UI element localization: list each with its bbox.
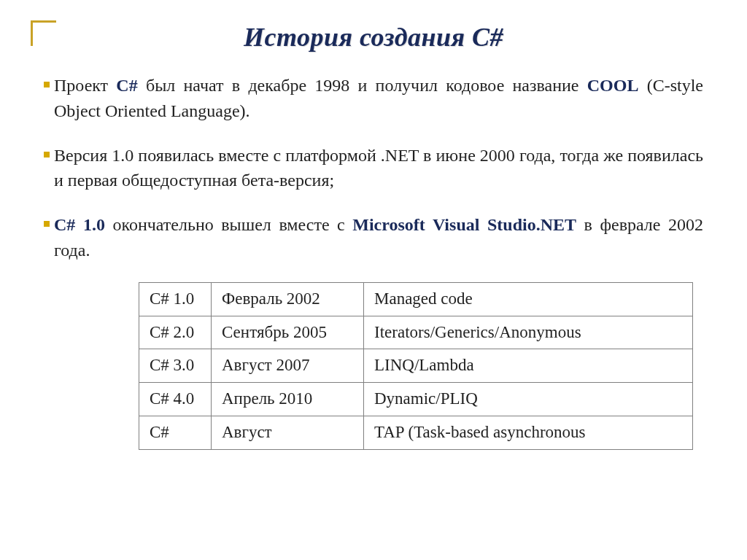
- cell-date: Февраль 2002: [212, 282, 364, 316]
- slide-title: История создания C#: [0, 0, 747, 52]
- cell-ver: C# 1.0: [139, 282, 212, 316]
- bullet-1-mid: был начат в декабре 1998 и получил кодов…: [138, 76, 587, 95]
- bullet-1-em1: C#: [116, 76, 137, 95]
- bullet-1: Проект C# был начат в декабре 1998 и пол…: [44, 73, 703, 124]
- bullet-2-full: Версия 1.0 появилась вместе с платформой…: [54, 146, 703, 190]
- cell-ver: C# 2.0: [139, 316, 212, 349]
- cell-feat: LINQ/Lambda: [364, 349, 693, 383]
- cell-ver: C# 4.0: [139, 383, 212, 416]
- table-row: C# 4.0 Апрель 2010 Dynamic/PLIQ: [139, 383, 693, 416]
- cell-date: Август 2007: [212, 349, 364, 383]
- cell-feat: Dynamic/PLIQ: [364, 383, 693, 416]
- table-row: C# 1.0 Февраль 2002 Managed code: [139, 282, 693, 316]
- cell-feat: TAP (Task-based asynchronous: [364, 416, 693, 449]
- content-area: Проект C# был начат в декабре 1998 и пол…: [0, 52, 747, 450]
- slide: История создания C# Проект C# был начат …: [0, 0, 747, 560]
- bullet-1-em2: COOL: [587, 76, 639, 95]
- bullet-3-em1: C# 1.0: [54, 215, 105, 234]
- bullet-2: Версия 1.0 появилась вместе с платформой…: [44, 143, 703, 194]
- versions-table-wrap: C# 1.0 Февраль 2002 Managed code C# 2.0 …: [139, 282, 693, 450]
- cell-feat: Managed code: [364, 282, 693, 316]
- cell-ver: C#: [139, 416, 212, 449]
- bullet-1-pre: Проект: [54, 76, 116, 95]
- versions-table: C# 1.0 Февраль 2002 Managed code C# 2.0 …: [139, 282, 693, 450]
- bullet-3: C# 1.0 окончательно вышел вместе с Micro…: [44, 212, 703, 263]
- table-row: C# Август TAP (Task-based asynchronous: [139, 416, 693, 449]
- bullet-3-mid: окончательно вышел вместе с: [105, 215, 352, 234]
- cell-ver: C# 3.0: [139, 349, 212, 383]
- cell-date: Август: [212, 416, 364, 449]
- table-row: C# 2.0 Сентябрь 2005 Iterators/Generics/…: [139, 316, 693, 349]
- cell-date: Апрель 2010: [212, 383, 364, 416]
- table-row: C# 3.0 Август 2007 LINQ/Lambda: [139, 349, 693, 383]
- cell-feat: Iterators/Generics/Anonymous: [364, 316, 693, 349]
- corner-ornament: [31, 20, 56, 46]
- bullet-3-em2: Microsoft Visual Studio.NET: [352, 215, 576, 234]
- cell-date: Сентябрь 2005: [212, 316, 364, 349]
